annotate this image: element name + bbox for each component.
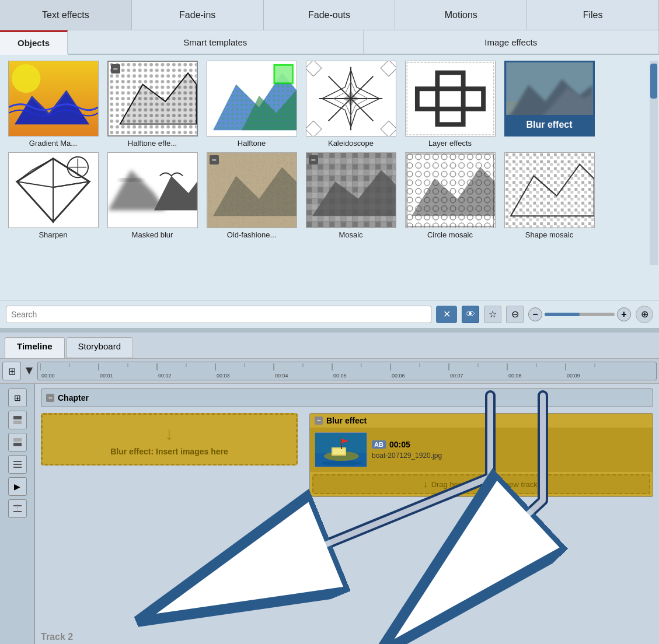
svg-point-111 xyxy=(321,461,362,466)
svg-rect-51 xyxy=(207,153,297,228)
insert-arrow-icon: ↓ xyxy=(165,423,174,444)
effect-gradient-ma[interactable]: Gradient Ma... xyxy=(6,61,100,148)
effect-sharpen[interactable]: Sharpen xyxy=(6,152,100,239)
track-icon-panel: ⊞ ▶ xyxy=(0,384,35,644)
svg-point-1 xyxy=(12,64,40,93)
insert-text: Blur effect: Insert images here xyxy=(110,447,228,456)
effect-halftone-effe[interactable]: − Halftone effe... xyxy=(105,61,200,148)
chapter-label: Chapter xyxy=(58,393,89,402)
effect-old-fashioned[interactable]: − Old-fashione... xyxy=(204,152,299,239)
svg-rect-102 xyxy=(13,443,22,446)
search-clear-button[interactable]: ✕ xyxy=(436,306,457,323)
tracks-content: − Chapter ↓ Blur effect: Insert images h… xyxy=(35,384,659,644)
effect-masked-blur[interactable]: Masked blur xyxy=(105,152,200,239)
effect-thumb-mosaic: − xyxy=(306,152,396,228)
effect-circle-mosaic[interactable]: Circle mosaic xyxy=(403,152,497,239)
blur-effect-timeline-block: − Blur effect xyxy=(309,413,653,497)
effect-shape-mosaic[interactable]: Shape mosaic xyxy=(502,152,597,239)
svg-rect-15 xyxy=(275,66,292,83)
svg-text:00:07: 00:07 xyxy=(450,373,463,379)
track-icon-add-below[interactable] xyxy=(8,433,27,452)
grid-button[interactable]: ⊞ xyxy=(2,362,21,380)
timeline-tracks: ⊞ ▶ − Chapter ↓ Bl xyxy=(0,384,659,644)
timeline-ruler[interactable]: 00:00 00:01 00:02 00:03 00:04 00:05 00:0… xyxy=(37,362,657,380)
svg-text:00:08: 00:08 xyxy=(508,373,522,379)
blur-effect-content: AB 00:05 boat-207129_1920.jpg xyxy=(310,428,653,472)
playhead-triangle xyxy=(26,368,33,374)
effect-thumb-halftone-effe: − xyxy=(107,61,198,136)
svg-text:00:02: 00:02 xyxy=(158,373,172,379)
track-icon-split[interactable] xyxy=(8,499,27,518)
svg-text:00:01: 00:01 xyxy=(100,373,113,379)
chapter-collapse-button[interactable]: − xyxy=(46,394,54,402)
effect-name-shape-mosaic: Shape mosaic xyxy=(525,230,573,239)
effects-grid: Gradient Ma... − Halftone ef xyxy=(6,61,653,239)
effect-thumb-blur-effect: Blur effect xyxy=(504,61,595,136)
blur-effect-selected-label: Blur effect xyxy=(506,115,593,135)
track-icon-grid[interactable]: ⊞ xyxy=(8,388,27,407)
effect-kaleidoscope[interactable]: Kaleidoscope xyxy=(304,61,398,148)
effect-thumb-shape-mosaic xyxy=(504,152,595,228)
svg-rect-101 xyxy=(13,438,22,442)
scroll-thumb[interactable] xyxy=(650,64,657,99)
track-icon-add-above[interactable] xyxy=(8,411,27,429)
track-icon-align[interactable] xyxy=(8,455,27,474)
blur-effect-title: Blur effect xyxy=(326,416,367,425)
svg-text:00:03: 00:03 xyxy=(217,373,230,379)
file-time: 00:05 xyxy=(389,440,410,449)
blur-collapse-button[interactable]: − xyxy=(315,416,323,425)
effects-scrollbar[interactable] xyxy=(650,61,658,265)
effect-layer-effects[interactable]: Layer effects xyxy=(403,61,497,148)
playhead-marker[interactable] xyxy=(23,362,35,380)
svg-text:00:00: 00:00 xyxy=(41,373,55,379)
zoom-fill xyxy=(545,313,580,316)
eye-button[interactable]: 👁 xyxy=(462,306,479,323)
effect-name-kaleidoscope: Kaleidoscope xyxy=(328,139,374,148)
timeline-tabs: Timeline Storyboard xyxy=(0,332,659,358)
search-bar: ✕ 👁 ☆ ⊖ − + ⊕ xyxy=(0,300,659,328)
tab-image-effects[interactable]: Image effects xyxy=(364,30,659,54)
settings-button[interactable]: ⊕ xyxy=(636,306,653,323)
effect-thumb-gradient-ma xyxy=(8,61,99,136)
zoom-track[interactable] xyxy=(545,313,615,316)
drag-track-area[interactable]: ↓ Drag here to create a new track. xyxy=(312,474,650,494)
effect-thumb-kaleidoscope xyxy=(306,61,396,136)
effect-thumb-sharpen xyxy=(8,152,99,228)
tab-fade-ins[interactable]: Fade-ins xyxy=(132,0,264,30)
second-tab-bar: Objects Smart templates Image effects xyxy=(0,30,659,55)
file-info: AB 00:05 boat-207129_1920.jpg xyxy=(372,440,442,460)
tab-timeline[interactable]: Timeline xyxy=(5,337,65,358)
effect-name-gradient-ma: Gradient Ma... xyxy=(29,139,77,148)
timeline-toolbar: ⊞ 00:00 00:01 00:02 xyxy=(0,358,659,384)
zoom-plus-button[interactable]: + xyxy=(617,307,631,321)
track2-area: Track 2 xyxy=(41,620,653,644)
tab-motions[interactable]: Motions xyxy=(395,0,527,30)
panel-divider xyxy=(0,328,659,332)
effect-thumb-masked-blur xyxy=(107,152,198,228)
star-button[interactable]: ☆ xyxy=(484,306,501,323)
tab-fade-outs[interactable]: Fade-outs xyxy=(264,0,396,30)
effect-thumb-halftone xyxy=(207,61,297,136)
effect-name-circle-mosaic: Circle mosaic xyxy=(427,230,473,239)
tab-storyboard[interactable]: Storyboard xyxy=(66,337,133,358)
effect-thumb-circle-mosaic xyxy=(405,152,496,228)
tab-objects[interactable]: Objects xyxy=(0,30,68,55)
effect-name-halftone: Halftone xyxy=(238,139,266,148)
effect-halftone[interactable]: Halftone xyxy=(204,61,299,148)
effect-mosaic[interactable]: − Mosaic xyxy=(304,152,398,239)
zoom-minus-button[interactable]: − xyxy=(528,307,542,321)
effect-blur-effect[interactable]: Blur effect xyxy=(502,61,597,148)
search-input[interactable] xyxy=(6,306,431,323)
tab-smart-templates[interactable]: Smart templates xyxy=(68,30,363,54)
tab-text-effects[interactable]: Text effects xyxy=(0,0,132,30)
effects-area: Gradient Ma... − Halftone ef xyxy=(0,55,659,300)
tab-files[interactable]: Files xyxy=(527,0,659,30)
svg-rect-99 xyxy=(13,416,22,419)
track-icon-play[interactable]: ▶ xyxy=(8,477,27,496)
minus-button[interactable]: ⊖ xyxy=(506,306,524,323)
file-name: boat-207129_1920.jpg xyxy=(372,452,442,460)
track1-insert-area[interactable]: ↓ Blur effect: Insert images here xyxy=(41,413,298,466)
svg-rect-100 xyxy=(13,421,22,424)
chapter-block: − Chapter xyxy=(41,388,653,407)
effect-name-old-fashioned: Old-fashione... xyxy=(227,230,277,239)
